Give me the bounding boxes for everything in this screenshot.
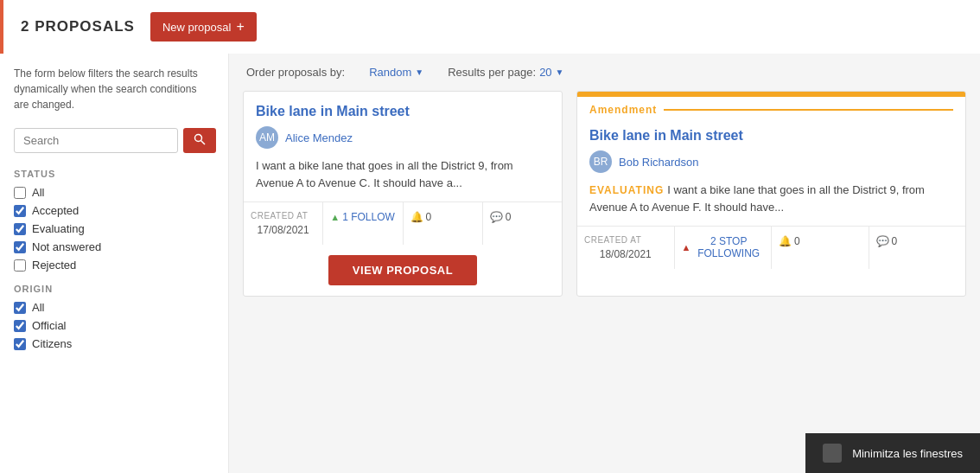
svg-point-0 [195,135,202,142]
new-proposal-button[interactable]: New proposal + [150,12,257,42]
status-filter-section: STATUS All Accepted Evaluating Not answe… [14,169,214,272]
comment-value-1: 0 [506,211,512,223]
origin-filter-title: ORIGIN [14,284,214,294]
stop-following-button[interactable]: ▲ 2 STOP FOLLOWING [682,235,765,259]
content-area: Order proposals by: Random ▼ Results per… [229,54,980,473]
card-author-1: AM Alice Mendez [256,126,550,149]
follow-cell-2[interactable]: ▲ 2 STOP FOLLOWING [675,227,773,269]
filter-evaluating[interactable]: Evaluating [14,222,214,235]
svg-line-1 [201,141,206,145]
search-input[interactable] [14,128,178,153]
toast-text: Minimitza les finestres [852,447,963,460]
order-select[interactable]: Random ▼ [369,66,423,79]
status-evaluating-checkbox[interactable] [14,223,26,235]
status-accepted-label: Accepted [32,204,79,217]
order-bar: Order proposals by: Random ▼ Results per… [243,54,966,91]
sidebar: The form below filters the search result… [0,54,229,473]
amendment-label: Amendment [589,104,657,116]
avatar-1: AM [256,126,278,149]
origin-filter-section: ORIGIN All Official Citizens [14,284,214,350]
results-chevron-icon: ▼ [556,67,564,77]
status-accepted-checkbox[interactable] [14,205,26,217]
comment-count-2: 💬 0 [876,235,959,247]
comment-value-2: 0 [892,235,898,247]
comment-count-1: 💬 0 [490,211,555,223]
search-button[interactable] [183,128,216,153]
stop-follow-arrow-icon: ▲ [682,242,691,252]
follow-cell-1[interactable]: ▲ 1 FOLLOW [323,202,403,245]
filter-all-origin[interactable]: All [14,301,214,314]
origin-all-checkbox[interactable] [14,302,26,314]
comments-cell-2: 💬 0 [869,227,966,269]
origin-all-label: All [32,301,44,314]
view-proposal-button-1[interactable]: VIEW PROPOSAL [328,255,477,285]
vote-count-1: 🔔 0 [410,211,475,223]
proposals-count: 2 PROPOSALS [21,18,135,35]
follow-arrow-icon: ▲ [330,212,340,222]
evaluating-badge: EVALUATING [589,184,664,196]
created-at-value-1: 17/08/2021 [258,224,309,236]
order-value: Random [369,66,411,79]
new-proposal-label: New proposal [162,21,232,34]
avatar-initials-1: AM [259,131,275,144]
origin-citizens-checkbox[interactable] [14,338,26,350]
search-icon [194,133,206,145]
card-text-1: I want a bike lane that goes in all the … [256,157,550,191]
status-not-answered-checkbox[interactable] [14,241,26,253]
comment-icon-2: 💬 [876,235,889,247]
results-per-page: Results per page: 20 ▼ [448,66,563,79]
author-name-2[interactable]: Bob Richardson [619,156,699,169]
card-text-2: EVALUATINGI want a bike lane that goes i… [589,182,953,215]
filter-citizens[interactable]: Citizens [14,337,214,350]
created-at-value-2: 18/08/2021 [600,248,652,260]
toast-bar[interactable]: Minimitza les finestres [805,433,980,473]
amendment-card-2: Amendment Bike lane in Main street BR Bo… [576,91,966,297]
card-title-1[interactable]: Bike lane in Main street [256,104,550,119]
status-rejected-label: Rejected [32,259,76,272]
card-body-2: Bike lane in Main street BR Bob Richards… [577,116,965,215]
created-at-label-1: CREATED AT [251,211,315,221]
status-filter-title: STATUS [14,169,214,179]
toast-icon [823,444,842,463]
created-at-cell-2: CREATED AT 18/08/2021 [577,227,675,269]
order-label: Order proposals by: [246,66,345,79]
filter-accepted[interactable]: Accepted [14,204,214,217]
filter-not-answered[interactable]: Not answered [14,240,214,253]
avatar-2: BR [589,150,612,173]
filter-official[interactable]: Official [14,319,214,332]
comment-icon-1: 💬 [490,211,503,223]
card-body-1: Bike lane in Main street AM Alice Mendez… [244,92,562,191]
status-rejected-checkbox[interactable] [14,259,26,272]
comments-cell-1: 💬 0 [483,202,562,245]
author-name-1[interactable]: Alice Mendez [285,131,353,144]
status-all-checkbox[interactable] [14,187,26,199]
vote-icon-2: 🔔 [779,235,792,247]
status-evaluating-label: Evaluating [32,222,85,235]
vote-value-2: 0 [794,235,800,247]
filter-all-status[interactable]: All [14,186,214,199]
card-meta-2: CREATED AT 18/08/2021 ▲ 2 STOP FOLLOWING [577,226,965,269]
proposal-card-1: Bike lane in Main street AM Alice Mendez… [243,91,563,297]
card-author-2: BR Bob Richardson [589,150,953,173]
card-action-1: VIEW PROPOSAL [244,245,562,296]
filter-rejected[interactable]: Rejected [14,259,214,272]
avatar-initials-2: BR [594,156,608,168]
card-title-2[interactable]: Bike lane in Main street [589,128,953,144]
card-meta-1: CREATED AT 17/08/2021 ▲ 1 FOLLOW 🔔 [244,201,562,245]
chevron-down-icon: ▼ [415,67,423,77]
cards-grid: Bike lane in Main street AM Alice Mendez… [243,91,966,297]
status-all-label: All [32,186,44,199]
votes-cell-2: 🔔 0 [772,227,869,269]
results-select[interactable]: 20 ▼ [539,66,563,79]
results-label: Results per page: [448,66,536,79]
follow-button-1[interactable]: ▲ 1 FOLLOW [330,211,395,223]
vote-icon-1: 🔔 [410,211,423,223]
amendment-line [664,109,953,111]
status-not-answered-label: Not answered [32,240,101,253]
sidebar-info: The form below filters the search result… [14,66,214,112]
created-at-cell-1: CREATED AT 17/08/2021 [244,202,323,245]
vote-value-1: 0 [426,211,432,223]
follow-label-1: 1 FOLLOW [342,211,395,223]
votes-cell-1: 🔔 0 [404,202,483,245]
origin-official-checkbox[interactable] [14,320,26,332]
